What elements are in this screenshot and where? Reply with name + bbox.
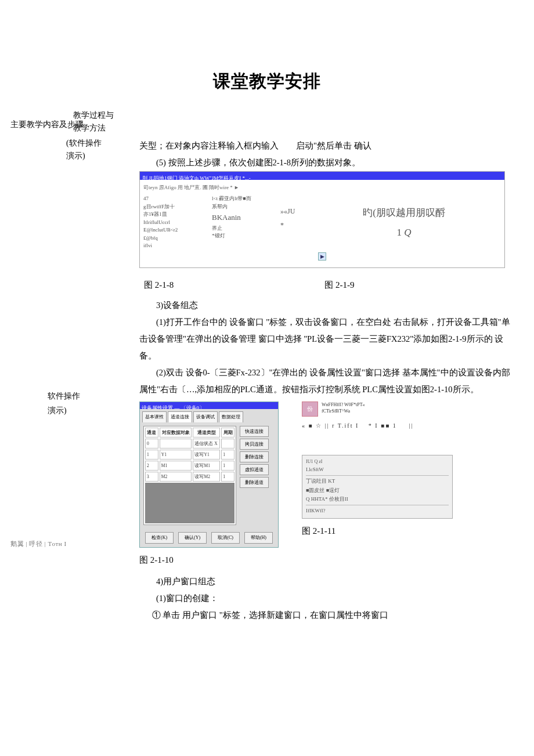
fig2110-foot-2[interactable]: 取消(C) xyxy=(211,532,240,544)
cell: 读写M1 xyxy=(193,461,220,471)
fig218-c1-0: 47 xyxy=(143,195,201,203)
fig218-c2-3: 界止 xyxy=(212,225,270,233)
fig2110-foot-3[interactable]: 帮助(H) xyxy=(244,532,273,544)
fig2111-box-4: Q HHTA* 价枚目II xyxy=(306,495,348,504)
para-step5: (5) 按照上述步骤，依次创建图2-1-8所列的数据对象。 xyxy=(139,154,511,171)
table-row: 1 Y1 读写Y1 1 xyxy=(145,450,234,460)
section3-para2: (2)双击 设备0-〔三菱Fx-232〕"在弹出的 设备属性设置"窗口选择 基本… xyxy=(139,364,511,398)
fig2110-btn-1[interactable]: 拷贝连接 xyxy=(240,439,269,450)
fig218-menubar: 司teyn 原Afigo 用 地尸直. 圃 隋时wire * ► xyxy=(143,182,501,193)
fig2110-tab-0[interactable]: 基本课性 xyxy=(142,411,167,422)
fig2110-btn-4[interactable]: 删除通道 xyxy=(240,477,269,488)
cell: 3 xyxy=(145,472,158,482)
software-demo-line1: 软件操作 xyxy=(48,389,80,403)
fig2110-th-3: 周期 xyxy=(221,428,234,437)
cell: M1 xyxy=(160,461,192,471)
fig218-c1-1: g目rwtffF加十 xyxy=(143,203,201,211)
fig218-c1-5: £@bfq xyxy=(143,234,201,243)
section4-para2: ① 单击 用户窗口 "标签，选择新建窗口，在窗口属性中将窗口 xyxy=(139,607,511,624)
fig2111-meta-1: WnFFHffl? W0F*tPT« xyxy=(322,401,365,408)
cell xyxy=(221,439,234,448)
software-demo-label: 软件操作 演示) xyxy=(48,389,80,418)
fig2110-tab-3[interactable]: 数据处理 xyxy=(219,411,243,422)
cell: M2 xyxy=(160,472,192,482)
fig218-c2-4: *锻灯 xyxy=(212,232,270,240)
fig218-c1-3: ItlriflulUccrl xyxy=(143,219,201,227)
fig218-c3-1: * xyxy=(280,218,315,232)
cell: 读写M2 xyxy=(193,472,220,482)
fig2111-box-3a: ■圆皮丝 ■逞灯 xyxy=(306,486,340,495)
fig2110-tab-2[interactable]: 设备调试 xyxy=(193,411,218,422)
fig2111-box-1: I.lcSftW xyxy=(306,465,449,474)
main-column: 关型；在对象内容注释输入框内输入 启动"然后单击 确认 (5) 按照上述步骤，依… xyxy=(139,138,511,624)
caption-2-1-10: 图 2-1-10 xyxy=(139,551,279,569)
fig2110-btn-0[interactable]: 快速连接 xyxy=(240,426,269,437)
fig2110-titlebar: 设备属性设置 — 〔设备0〕 xyxy=(140,402,278,409)
fig2111-meta-2: fCTirSfBT^Wa xyxy=(322,408,365,414)
section4-para1: (1)窗口的创建： xyxy=(139,590,511,607)
play-arrow-icon: ▶ xyxy=(318,252,326,261)
fig218-c4-l2a: 1 xyxy=(396,227,404,238)
fig218-c3-0: »«JU xyxy=(280,204,315,218)
cell: 1 xyxy=(145,450,158,460)
footer-garbled-note: 鹅翼 | 呼径 | Tотн I xyxy=(10,540,67,548)
cell: Y1 xyxy=(160,450,192,460)
fig218-col3: »«JU * xyxy=(280,195,315,250)
caption-2-1-9: 图 2-1-9 xyxy=(324,276,354,294)
fig2111-box: IU1 Q zI I.lcSftW 丁说吐目 KT ■圆皮丝 ■逞灯 Q HHT… xyxy=(302,455,453,519)
para-intro: 关型；在对象内容注释输入框内输入 启动"然后单击 确认 xyxy=(139,138,511,154)
software-demo-line2: 演示) xyxy=(48,403,80,418)
table-row: 0 通信状态 X xyxy=(145,439,234,448)
fig218-c1-2: 亦1¥器1皿 xyxy=(143,211,201,219)
cell: 读写Y1 xyxy=(193,450,220,460)
figure-2-1-8: 刖 JL吗地1锢门 添油文th WW"JM怎科从皮I *...- 司teyn 原… xyxy=(139,171,505,268)
fig2110-tabs: 基本课性 通道连接 设备调试 数据处理 xyxy=(140,409,278,422)
software-note-1: (软件操作 xyxy=(66,137,102,150)
method-label-line1: 教学过程与 xyxy=(73,109,114,122)
fig218-c1-6: iflvi xyxy=(143,242,201,250)
fig218-col1: 47 g目rwtffF加十 亦1¥器1皿 ItlriflulUccrl E@ln… xyxy=(143,195,201,250)
cell: 1 xyxy=(221,472,234,482)
figure-2-1-10: 设备属性设置 — 〔设备0〕 基本课性 通道连接 设备调试 数据处理 通道 对应… xyxy=(139,401,279,548)
table-row: 2 M1 读写M1 1 xyxy=(145,461,234,471)
fig2110-foot-0[interactable]: 检查(K) xyxy=(145,532,174,544)
page-title: 课堂教学安排 xyxy=(0,0,534,117)
section4-heading: 4)用户窗口组态 xyxy=(139,573,511,590)
fig2110-foot-1[interactable]: 确认(Y) xyxy=(178,532,207,544)
cell: 0 xyxy=(145,439,158,448)
section3-heading: 3)设备组态 xyxy=(139,297,511,314)
caption-2-1-11: 图 2-1-11 xyxy=(302,522,488,540)
fig218-c4-l2b: Q xyxy=(404,227,411,238)
software-note-2: 演示) xyxy=(66,150,102,162)
fig2110-tab-1[interactable]: 通道连接 xyxy=(168,411,192,422)
fig2110-btn-2[interactable]: 删除连接 xyxy=(240,451,269,462)
table-row: 3 M2 读写M2 1 xyxy=(145,472,234,482)
method-label-line2: 教学方法 xyxy=(73,122,114,135)
fig218-titlebar: 刖 JL吗地1锢门 添油文th WW"JM怎科从皮I *...- xyxy=(140,172,504,180)
cell: 通信状态 X xyxy=(193,439,220,448)
fig2110-th-1: 对应数据对象 xyxy=(160,428,192,437)
cell xyxy=(160,439,192,448)
caption-2-1-8: 图 2-1-8 xyxy=(144,276,174,294)
fig2111-box-5: IfIKWfl? xyxy=(306,507,449,515)
fig2111-toolbar-line: « ■ ☆ || r T.ift I * I ■■ 1 || xyxy=(302,420,488,432)
cell: 1 xyxy=(221,461,234,471)
figure-2-1-11: 份 WnFFHffl? W0F*tPT« fCTirSfBT^Wa « ■ ☆ … xyxy=(302,401,488,519)
fig218-col2: l<t 霾亚内lt带■而 系帮内 BKAanin 界止 *锻灯 xyxy=(212,195,270,250)
fig218-c2-2: BKAanin xyxy=(212,212,270,223)
fig2111-box-2: 丁说吐目 KT xyxy=(306,477,449,486)
fig218-c1-4: E@lnclutUB<r2 xyxy=(143,226,201,234)
fig218-c2-1: 系帮内 xyxy=(212,203,270,211)
fig218-col4: 旳(朋叹越用朋叹酹 1 Q xyxy=(326,195,482,250)
cell: 1 xyxy=(221,450,234,460)
fig218-c2-0: l<t 霾亚内lt带■而 xyxy=(212,195,270,203)
fig218-c4-l1: 旳(朋叹越用朋叹酹 xyxy=(326,203,482,223)
fig2111-chip: 份 xyxy=(302,401,318,417)
fig2110-footer: 检查(K) 确认(Y) 取消(C) 帮助(H) xyxy=(140,529,278,547)
fig2110-th-2: 通道类型 xyxy=(193,428,220,437)
cell: 2 xyxy=(145,461,158,471)
method-label-block: 教学过程与 教学方法 xyxy=(73,109,114,135)
fig2110-btn-3[interactable]: 虚拟通道 xyxy=(240,464,269,475)
section3-para1: (1)打开工作台中的 设备窗口 "标签，双击设备窗口，在空白处 右击鼠标，打开设… xyxy=(139,314,511,364)
fig2111-box-0: IU1 Q zI xyxy=(306,458,449,466)
